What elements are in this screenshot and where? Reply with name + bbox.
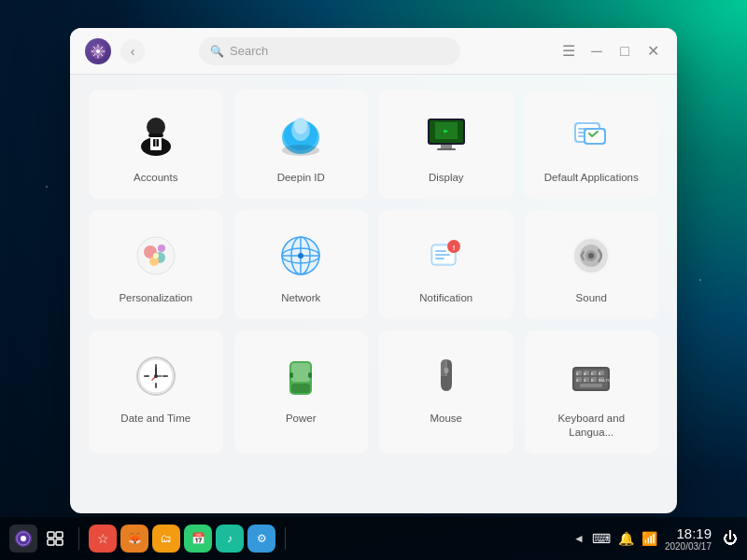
settings-item-default-apps[interactable]: Default Applications	[525, 90, 659, 199]
window-controls: ☰ ─ □ ✕	[559, 42, 662, 61]
search-bar: 🔍	[199, 37, 460, 65]
svg-rect-5	[148, 133, 163, 137]
personalization-icon	[130, 230, 182, 282]
svg-point-40	[298, 253, 303, 259]
minimize-button[interactable]: ─	[587, 42, 606, 61]
svg-point-52	[588, 253, 594, 259]
svg-point-11	[294, 118, 307, 134]
svg-rect-26	[585, 130, 604, 143]
system-clock: 18:19 2020/03/17	[665, 525, 712, 552]
svg-rect-95	[56, 539, 63, 545]
taskbar: ☆ 🦊 🗂 📅 ♪ ⚙ ◄ ⌨ 🔔 📶 18:19 2020/03/17 ⏻	[0, 517, 747, 560]
taskbar-app-5[interactable]: ♪	[216, 525, 244, 553]
power-icon	[275, 350, 327, 402]
network-icon	[275, 230, 327, 282]
menu-button[interactable]: ☰	[559, 42, 578, 61]
close-button[interactable]: ✕	[643, 42, 662, 61]
keyboard-icon: Q W E R A S D Shift	[565, 350, 617, 402]
keyboard-label: Keyboard and Langua...	[535, 412, 649, 440]
deepin-id-label: Deepin ID	[277, 171, 325, 185]
taskbar-apps: ☆ 🦊 🗂 📅 ♪ ⚙	[9, 525, 275, 553]
settings-window: ‹ 🔍 ☰ ─ □ ✕	[70, 28, 677, 513]
svg-text:!: !	[452, 244, 455, 252]
taskbar-system-tray: ◄ ⌨ 🔔 📶 18:19 2020/03/17 ⏻	[573, 525, 738, 552]
accounts-icon	[130, 109, 182, 161]
svg-point-31	[158, 245, 165, 252]
search-input[interactable]	[230, 44, 449, 58]
settings-item-personalization[interactable]: Personalization	[89, 210, 223, 319]
svg-rect-66	[289, 372, 293, 378]
default-apps-label: Default Applications	[544, 171, 639, 185]
settings-grid: Accounts Deepin ID	[89, 90, 658, 454]
mouse-icon	[420, 350, 472, 402]
date-time-icon	[130, 350, 182, 402]
svg-rect-67	[308, 372, 312, 378]
personalization-label: Personalization	[119, 291, 192, 305]
clock-time: 18:19	[665, 525, 712, 541]
settings-item-date-time[interactable]: Date and Time	[89, 330, 223, 454]
svg-point-32	[153, 253, 159, 259]
mouse-label: Mouse	[430, 412, 462, 426]
default-apps-icon	[565, 109, 617, 161]
settings-item-network[interactable]: Network	[234, 210, 369, 319]
svg-rect-17	[437, 148, 456, 150]
clock-date: 2020/03/17	[665, 541, 712, 552]
notification-icon: !	[420, 230, 472, 282]
settings-item-notification[interactable]: ! Notification	[379, 210, 514, 319]
search-icon: 🔍	[210, 45, 224, 58]
power-btn[interactable]: ⏻	[723, 530, 738, 547]
accounts-label: Accounts	[134, 171, 177, 185]
svg-rect-19	[430, 120, 463, 143]
svg-text:Shift: Shift	[599, 378, 611, 383]
svg-rect-94	[48, 539, 54, 545]
svg-rect-80	[580, 384, 602, 387]
svg-rect-93	[56, 532, 63, 538]
network-label: Network	[281, 291, 320, 305]
display-icon: ►	[420, 109, 472, 161]
svg-rect-45	[435, 258, 444, 259]
display-label: Display	[429, 171, 464, 185]
svg-rect-16	[441, 145, 452, 148]
notification-label: Notification	[419, 291, 472, 305]
taskbar-app-4[interactable]: 📅	[184, 525, 212, 553]
titlebar: ‹ 🔍 ☰ ─ □ ✕	[70, 28, 677, 75]
taskbar-divider-2	[285, 527, 286, 550]
taskbar-notify-btn[interactable]: 🔔	[618, 531, 634, 546]
sound-label: Sound	[576, 291, 607, 305]
taskbar-multitask[interactable]	[41, 525, 69, 553]
settings-item-sound[interactable]: Sound	[525, 210, 659, 319]
settings-item-mouse[interactable]: Mouse	[379, 330, 514, 454]
taskbar-app-2[interactable]: 🦊	[120, 525, 148, 553]
svg-rect-92	[48, 532, 54, 538]
date-time-label: Date and Time	[120, 412, 190, 426]
power-label: Power	[286, 412, 317, 426]
svg-rect-43	[435, 250, 446, 252]
svg-point-91	[21, 536, 26, 541]
back-button[interactable]: ‹	[120, 39, 145, 63]
svg-rect-65	[291, 384, 310, 393]
taskbar-app-1[interactable]: ☆	[89, 525, 117, 553]
settings-item-display[interactable]: ► Display	[379, 90, 514, 199]
svg-rect-44	[435, 254, 450, 256]
settings-item-keyboard[interactable]: Q W E R A S D Shift Keyboard and Langua.…	[525, 330, 659, 454]
settings-content: Accounts Deepin ID	[70, 75, 677, 513]
sound-icon	[565, 230, 617, 282]
svg-point-62	[154, 374, 158, 378]
taskbar-divider-1	[78, 527, 79, 550]
svg-point-69	[444, 368, 448, 373]
svg-point-1	[96, 49, 100, 53]
settings-item-deepin-id[interactable]: Deepin ID	[234, 90, 369, 199]
taskbar-app-6[interactable]: ⚙	[247, 525, 275, 553]
taskbar-launcher[interactable]	[9, 525, 37, 553]
settings-item-accounts[interactable]: Accounts	[89, 90, 223, 199]
maximize-button[interactable]: □	[615, 42, 634, 61]
app-icon	[85, 38, 111, 64]
taskbar-prev-btn[interactable]: ◄	[573, 532, 585, 545]
taskbar-app-3[interactable]: 🗂	[152, 525, 180, 553]
svg-point-12	[282, 145, 319, 156]
settings-item-power[interactable]: Power	[234, 330, 369, 454]
taskbar-kbd-btn[interactable]: ⌨	[592, 531, 611, 546]
svg-rect-64	[291, 363, 310, 382]
deepin-id-icon	[275, 109, 327, 161]
taskbar-network-btn[interactable]: 📶	[641, 531, 657, 546]
